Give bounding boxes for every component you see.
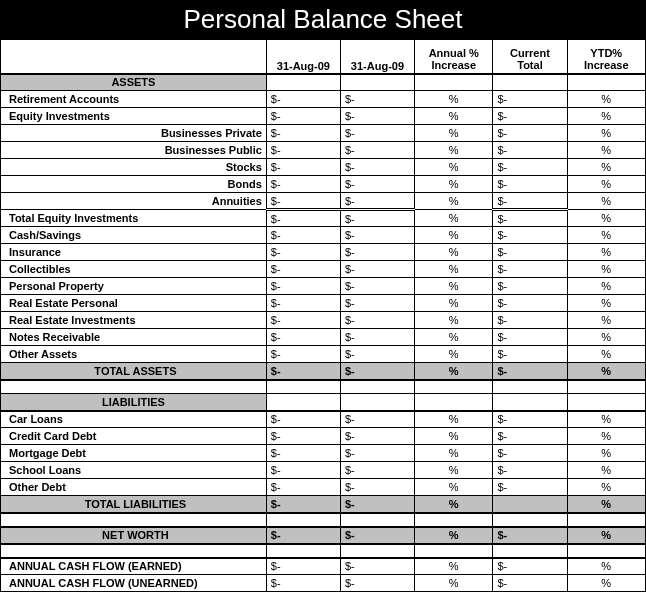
value-col1: $- (266, 227, 340, 244)
value-ytd-pct: % (567, 210, 645, 227)
cell (567, 74, 645, 91)
value-ytd-pct: % (567, 445, 645, 462)
cell (266, 380, 340, 394)
value-col1: $- (266, 428, 340, 445)
value-col1: $- (266, 176, 340, 193)
value-ytd-pct: % (567, 261, 645, 278)
row-label: Credit Card Debt (1, 428, 267, 445)
value-col1: $- (266, 575, 340, 592)
row-label: Stocks (1, 159, 267, 176)
table-row: Personal Property$-$-%$-% (1, 278, 646, 295)
value-col2: $- (340, 193, 414, 210)
value-current: $- (493, 575, 567, 592)
table-row: Equity Investments$-$-%$-% (1, 108, 646, 125)
value-current: $- (493, 329, 567, 346)
table-row: Real Estate Investments$-$-%$-% (1, 312, 646, 329)
section-header: LIABILITIES (1, 394, 267, 411)
value-ytd-pct: % (567, 227, 645, 244)
value-current: $- (493, 411, 567, 428)
cell (340, 544, 414, 558)
value-ytd-pct: % (567, 176, 645, 193)
table-row: TOTAL ASSETS$-$-%$-% (1, 363, 646, 380)
value-col1: $- (266, 142, 340, 159)
table-row: Other Assets$-$-%$-% (1, 346, 646, 363)
value-col1: $- (266, 244, 340, 261)
header-col5: YTD% Increase (567, 40, 645, 74)
row-label: Total Equity Investments (1, 210, 267, 227)
cell (415, 74, 493, 91)
page-title: Personal Balance Sheet (0, 0, 646, 39)
table-row: LIABILITIES (1, 394, 646, 411)
value-col2: $- (340, 210, 414, 227)
value-current: $- (493, 346, 567, 363)
cell (493, 513, 567, 527)
total-annual-pct: % (415, 496, 493, 513)
row-label: Businesses Public (1, 142, 267, 159)
table-row: Insurance$-$-%$-% (1, 244, 646, 261)
value-ytd-pct: % (567, 428, 645, 445)
value-col1: $- (266, 210, 340, 227)
value-current: $- (493, 193, 567, 210)
cell (415, 394, 493, 411)
value-annual-pct: % (415, 445, 493, 462)
value-annual-pct: % (415, 227, 493, 244)
cell (340, 74, 414, 91)
value-col2: $- (340, 295, 414, 312)
header-row: 31-Aug-09 31-Aug-09 Annual % Increase Cu… (1, 40, 646, 74)
cell (266, 74, 340, 91)
value-ytd-pct: % (567, 312, 645, 329)
value-col2: $- (340, 108, 414, 125)
value-col2: $- (340, 462, 414, 479)
value-current: $- (493, 244, 567, 261)
table-row: Bonds$-$-%$-% (1, 176, 646, 193)
value-annual-pct: % (415, 91, 493, 108)
total-col1: $- (266, 496, 340, 513)
total-label: TOTAL ASSETS (1, 363, 267, 380)
cell (340, 513, 414, 527)
value-col2: $- (340, 445, 414, 462)
row-label: Cash/Savings (1, 227, 267, 244)
value-col1: $- (266, 312, 340, 329)
value-col1: $- (266, 445, 340, 462)
value-col2: $- (340, 91, 414, 108)
value-ytd-pct: % (567, 125, 645, 142)
row-label: Real Estate Personal (1, 295, 267, 312)
value-col2: $- (340, 227, 414, 244)
header-col2: 31-Aug-09 (340, 40, 414, 74)
value-col2: $- (340, 142, 414, 159)
table-row: NET WORTH$-$-%$-% (1, 527, 646, 544)
total-current (493, 496, 567, 513)
value-annual-pct: % (415, 261, 493, 278)
table-row: Businesses Public$-$-%$-% (1, 142, 646, 159)
value-annual-pct: % (415, 295, 493, 312)
cell (340, 380, 414, 394)
value-annual-pct: % (415, 210, 493, 227)
table-row: Other Debt$-$-%$-% (1, 479, 646, 496)
value-col1: $- (266, 329, 340, 346)
table-row: Businesses Private$-$-%$-% (1, 125, 646, 142)
value-annual-pct: % (415, 176, 493, 193)
table-row (1, 513, 646, 527)
value-current: $- (493, 142, 567, 159)
total-current: $- (493, 363, 567, 380)
cell (415, 380, 493, 394)
header-col1: 31-Aug-09 (266, 40, 340, 74)
value-current: $- (493, 91, 567, 108)
value-ytd-pct: % (567, 193, 645, 210)
table-row: Credit Card Debt$-$-%$-% (1, 428, 646, 445)
value-col2: $- (340, 176, 414, 193)
value-col2: $- (340, 125, 414, 142)
value-current: $- (493, 278, 567, 295)
value-ytd-pct: % (567, 244, 645, 261)
value-ytd-pct: % (567, 159, 645, 176)
cell (567, 513, 645, 527)
value-col2: $- (340, 558, 414, 575)
value-current: $- (493, 108, 567, 125)
balance-sheet-table: 31-Aug-09 31-Aug-09 Annual % Increase Cu… (0, 39, 646, 592)
total-annual-pct: % (415, 363, 493, 380)
cell (415, 544, 493, 558)
value-col1: $- (266, 125, 340, 142)
value-annual-pct: % (415, 108, 493, 125)
value-current: $- (493, 312, 567, 329)
value-annual-pct: % (415, 278, 493, 295)
